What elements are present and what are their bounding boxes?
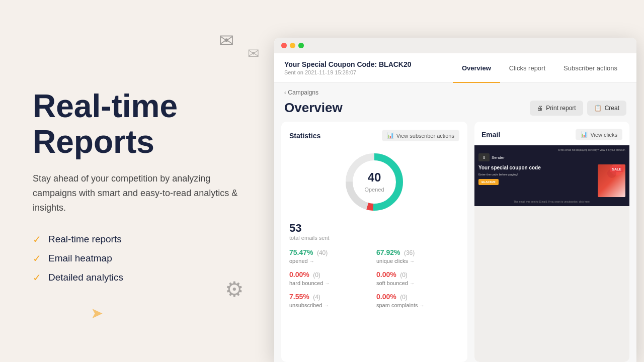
- email-display-text: Is this email not displaying correctly? …: [558, 148, 625, 151]
- app-header: Your Special Coupon Code: BLACK20 Sent o…: [274, 53, 636, 83]
- feature-label-1: Real-time reports: [48, 234, 122, 245]
- stat-soft-pct: 0.00%: [376, 270, 396, 279]
- page-header: Overview 🖨 Print report 📋 Creat: [274, 96, 636, 122]
- stat-unsubscribed: 7.55% (4) unsubscribed →: [289, 292, 372, 308]
- breadcrumb-arrow: ‹: [284, 90, 286, 96]
- stat-unique-clicks: 67.92% (36) unique clicks →: [376, 248, 459, 264]
- stat-spam-pct: 0.00%: [376, 293, 396, 301]
- dot-minimize[interactable]: [290, 43, 295, 48]
- feature-label-3: Detailed analytics: [48, 272, 123, 283]
- email-subtext: Enter the code before paying!: [478, 173, 595, 176]
- create-button[interactable]: 📋 Creat: [587, 101, 626, 116]
- deco-envelope-mid: ✉: [248, 45, 259, 62]
- dot-maximize[interactable]: [298, 43, 304, 48]
- total-sent: 53 total emails sent: [289, 222, 459, 241]
- email-card-header: Email 📊 View clicks: [474, 122, 629, 145]
- stat-opened-count: (40): [317, 249, 328, 256]
- stat-spam-count: (0): [400, 294, 408, 301]
- bar-chart-icon-2: 📊: [581, 131, 588, 138]
- browser-chrome: [274, 38, 636, 53]
- stat-unsub-pct: 7.55%: [289, 293, 309, 301]
- sender-logo-text: S: [483, 156, 486, 159]
- tab-clicks[interactable]: Clicks report: [500, 54, 554, 83]
- stat-soft-label: soft bounced →: [376, 280, 459, 286]
- sender-logo: S: [478, 153, 490, 161]
- feature-real-time: ✓ Real-time reports: [33, 233, 249, 245]
- donut-chart: 40 Opened: [342, 149, 407, 215]
- campaign-info: Your Special Coupon Code: BLACK20 Sent o…: [284, 53, 453, 82]
- email-logo-row: S Sender: [478, 153, 625, 161]
- email-mock: Is this email not displaying correctly? …: [474, 145, 629, 206]
- stat-hard-label: hard bounced →: [289, 280, 372, 286]
- browser-window: Your Special Coupon Code: BLACK20 Sent o…: [274, 38, 636, 362]
- donut-center: 40 Opened: [364, 170, 384, 194]
- stat-unique-count: (36): [404, 249, 415, 256]
- donut-label: Opened: [364, 187, 384, 193]
- left-panel: ✉ ✉ Real-time Reports Stay ahead of your…: [0, 0, 274, 362]
- hero-title: Real-time Reports: [33, 88, 249, 159]
- stat-spam: 0.00% (0) spam complaints →: [376, 292, 459, 308]
- feature-analytics: ✓ Detailed analytics: [33, 272, 249, 284]
- create-icon: 📋: [594, 105, 602, 112]
- breadcrumb-text[interactable]: Campaigns: [288, 89, 318, 96]
- columns: Statistics 📊 View subscriber actions: [274, 122, 636, 362]
- donut-container: 40 Opened: [289, 149, 459, 215]
- email-headline: Your special coupon code: [478, 164, 595, 171]
- hero-subtitle: Stay ahead of your competition by analyz…: [33, 171, 249, 215]
- email-image-wrapper: SALE: [598, 164, 625, 197]
- sale-badge: SALE: [610, 166, 623, 172]
- feature-list: ✓ Real-time reports ✓ Email heatmap ✓ De…: [33, 233, 249, 284]
- header-actions: 🖨 Print report 📋 Creat: [530, 101, 626, 116]
- stat-unique-pct: 67.92%: [376, 248, 400, 256]
- stat-soft-count: (0): [400, 272, 408, 279]
- feature-heatmap: ✓ Email heatmap: [33, 252, 249, 264]
- stat-soft-bounced: 0.00% (0) soft bounced →: [376, 270, 459, 286]
- statistics-card: Statistics 📊 View subscriber actions: [281, 122, 467, 362]
- deco-envelope-top: ✉: [219, 30, 234, 51]
- campaign-title: Your Special Coupon Code: BLACK20: [284, 60, 453, 68]
- print-report-button[interactable]: 🖨 Print report: [530, 101, 583, 116]
- donut-value: 40: [364, 170, 384, 185]
- check-icon-2: ✓: [33, 252, 41, 264]
- email-footer: This email was sent to [Email]. If you w…: [478, 200, 625, 203]
- right-panel: Your Special Coupon Code: BLACK20 Sent o…: [274, 0, 644, 362]
- stats-card-header: Statistics 📊 View subscriber actions: [289, 130, 459, 141]
- stat-spam-label: spam complaints →: [376, 302, 459, 308]
- stats-grid: 75.47% (40) opened → 67.92% (36): [289, 248, 459, 308]
- email-preview: Is this email not displaying correctly? …: [474, 145, 629, 362]
- check-icon-1: ✓: [33, 233, 41, 245]
- campaign-date: Sent on 2021-11-19 15:28:07: [284, 69, 453, 75]
- stat-opened: 75.47% (40) opened →: [289, 248, 372, 264]
- feature-label-2: Email heatmap: [48, 253, 112, 264]
- stat-hard-bounced: 0.00% (0) hard bounced →: [289, 270, 372, 286]
- dot-close[interactable]: [281, 43, 287, 48]
- email-display-bar: Is this email not displaying correctly? …: [478, 148, 625, 151]
- page-title: Overview: [284, 100, 343, 116]
- stat-unsub-label: unsubscribed →: [289, 302, 372, 308]
- print-icon: 🖨: [537, 105, 543, 112]
- sender-name: Sender: [492, 155, 505, 160]
- browser-dots: [281, 43, 629, 48]
- stat-opened-pct: 75.47%: [289, 248, 313, 256]
- email-text-block: Your special coupon code Enter the code …: [478, 164, 595, 197]
- email-card: Email 📊 View clicks Is this email not di…: [474, 122, 629, 362]
- tab-overview[interactable]: Overview: [453, 54, 500, 83]
- view-subscriber-actions-button[interactable]: 📊 View subscriber actions: [382, 130, 459, 141]
- stats-title: Statistics: [289, 132, 320, 140]
- paper-plane-icon: ➤: [91, 304, 103, 322]
- breadcrumb: ‹ Campaigns: [274, 83, 636, 96]
- gear-icon: ⚙: [225, 277, 244, 302]
- check-icon-3: ✓: [33, 272, 41, 284]
- stat-hard-pct: 0.00%: [289, 270, 309, 279]
- stat-hard-count: (0): [313, 272, 320, 279]
- email-section-title: Email: [481, 131, 500, 139]
- email-content-area: Your special coupon code Enter the code …: [478, 164, 625, 197]
- stat-opened-label: opened →: [289, 258, 372, 264]
- tab-subscriber[interactable]: Subscriber actions: [554, 54, 626, 83]
- nav-tabs: Overview Clicks report Subscriber action…: [453, 53, 626, 82]
- bar-chart-icon: 📊: [387, 132, 394, 139]
- view-clicks-button[interactable]: 📊 View clicks: [576, 129, 622, 140]
- total-number: 53: [289, 222, 459, 235]
- email-cta-button: BLACK20: [478, 179, 499, 185]
- email-preview-inner: Is this email not displaying correctly? …: [474, 145, 629, 362]
